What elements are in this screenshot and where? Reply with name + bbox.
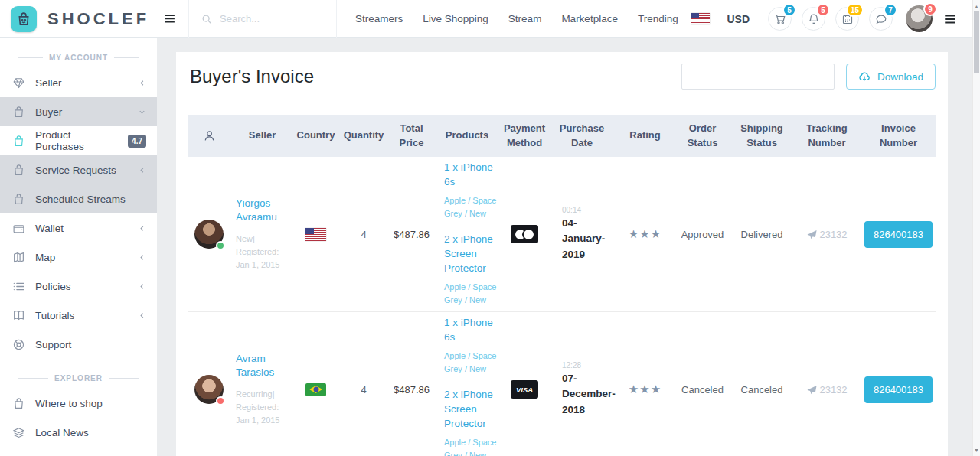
user-icon — [188, 122, 230, 149]
cart-button[interactable]: 5 — [768, 7, 792, 31]
country-flag — [305, 383, 326, 396]
purchase-date: 04-January-2019 — [562, 216, 616, 262]
scroll-down-arrow[interactable]: ▼ — [973, 445, 980, 454]
seller-name-link[interactable]: Avram Tarasios — [236, 352, 294, 379]
sidebar-item-support[interactable]: Support — [0, 330, 157, 359]
sidebar: MY ACCOUNT Seller Buyer Product Purchase… — [0, 38, 157, 456]
nav-link-streamers[interactable]: Streamers — [355, 13, 403, 24]
col-header-shipping-status: Shipping Status — [731, 115, 792, 156]
nav-link-live-shopping[interactable]: Live Shopping — [423, 13, 488, 24]
seller-avatar[interactable] — [194, 375, 224, 404]
products-cell: 1 x iPhone 6s Apple / Space Grey / New 2… — [433, 157, 501, 311]
country-flag — [305, 228, 326, 241]
vertical-scrollbar[interactable]: ▲ ▼ — [972, 0, 980, 456]
sidebar-item-scheduled-streams[interactable]: Scheduled Streams — [0, 184, 157, 213]
invoice-controls: Download — [681, 64, 936, 90]
sidebar-item-label: Support — [35, 339, 71, 350]
presence-dot — [216, 241, 225, 250]
bag-icon — [12, 106, 25, 119]
book-icon — [12, 309, 25, 322]
visa-icon — [511, 380, 538, 399]
sidebar-item-label: Scheduled Streams — [35, 194, 126, 205]
col-header-quantity: Quantity — [337, 122, 390, 149]
col-header-seller: Seller — [230, 122, 295, 149]
tracking-number: 23132 — [819, 229, 847, 240]
sidebar-item-where-to-shop[interactable]: Where to shop — [0, 389, 157, 418]
life-ring-icon — [12, 338, 25, 351]
sidebar-item-label: Service Requests — [35, 164, 116, 176]
order-status: Approved — [674, 157, 731, 311]
col-header-country: Country — [295, 122, 337, 149]
sidebar-item-service-requests[interactable]: Service Requests — [0, 155, 157, 184]
sidebar-item-policies[interactable]: Policies — [0, 272, 157, 301]
purchase-time: 00:14 — [562, 206, 581, 214]
section-label: MY ACCOUNT — [49, 54, 108, 62]
search-input[interactable] — [220, 13, 312, 24]
messages-button[interactable]: 7 — [869, 7, 893, 31]
sidebar-item-label: Policies — [35, 281, 71, 292]
aside-toggle-icon[interactable] — [943, 12, 957, 26]
list-icon — [12, 280, 25, 293]
currency-selector[interactable]: USD — [727, 13, 750, 25]
invoice-number-button[interactable]: 826400183 — [864, 376, 933, 403]
sidebar-item-label: Tutorials — [35, 310, 74, 321]
nav-link-trending[interactable]: Trending — [638, 13, 678, 24]
product-link[interactable]: 1 x iPhone 6s — [444, 161, 499, 190]
scroll-up-arrow[interactable]: ▲ — [973, 2, 980, 11]
invoice-number-button[interactable]: 826400183 — [864, 221, 933, 248]
product-variant: Apple / Space Grey / New — [444, 436, 501, 456]
sidebar-item-map[interactable]: Map — [0, 243, 157, 272]
sidebar-item-tutorials[interactable]: Tutorials — [0, 301, 157, 330]
invoice-filter-input[interactable] — [681, 64, 835, 90]
download-button[interactable]: Download — [846, 64, 936, 90]
topbar-right: USD 5 5 15 7 9 — [691, 5, 957, 32]
rating-stars: ★★★ — [616, 157, 674, 311]
nav-link-marketplace[interactable]: Marketplace — [561, 13, 618, 24]
table-row: Avram Tarasios Recurring| Registered: Ja… — [188, 312, 936, 456]
sidebar-item-label: Wallet — [35, 223, 64, 234]
notifications-button[interactable]: 5 — [802, 7, 825, 31]
calendar-badge: 15 — [846, 3, 864, 17]
language-flag-us[interactable] — [691, 13, 710, 24]
presence-dot — [216, 396, 225, 406]
shoclef-logo-icon[interactable] — [11, 6, 37, 32]
bag-icon — [12, 193, 25, 206]
scrollbar-thumb[interactable] — [974, 11, 979, 73]
main-nav: Streamers Live Shopping Stream Marketpla… — [355, 13, 678, 24]
product-link[interactable]: 1 x iPhone 6s — [444, 316, 499, 345]
sidebar-item-local-news[interactable]: Local News — [0, 418, 157, 447]
page-title: Buyer's Invoice — [190, 66, 314, 87]
wallet-icon — [12, 222, 25, 235]
rating-badge: 4.7 — [128, 135, 146, 148]
tracking-cell: 23132 — [792, 312, 861, 456]
mastercard-icon — [511, 225, 538, 243]
sidebar-item-buyer[interactable]: Buyer — [0, 97, 157, 126]
shopping-bag-icon — [12, 397, 25, 410]
chevron-left-icon — [138, 224, 146, 233]
seller-name-link[interactable]: Yiorgos Avraamu — [236, 197, 294, 224]
product-link[interactable]: 2 x iPhone Screen Protector — [444, 233, 499, 276]
seller-avatar[interactable] — [194, 220, 224, 249]
sidebar-toggle-icon[interactable] — [163, 12, 176, 25]
chevron-left-icon — [138, 311, 146, 320]
product-variant: Apple / Space Grey / New — [444, 350, 501, 376]
sidebar-item-product-purchases[interactable]: Product Purchases 4.7 — [0, 126, 157, 155]
product-link[interactable]: 2 x iPhone Screen Protector — [444, 388, 499, 432]
nav-link-stream[interactable]: Stream — [508, 13, 542, 24]
notifications-badge: 5 — [816, 3, 830, 17]
user-avatar[interactable]: 9 — [906, 5, 933, 32]
sidebar-item-wallet[interactable]: Wallet — [0, 213, 157, 243]
sidebar-item-label: Where to shop — [35, 398, 103, 409]
gem-icon — [12, 77, 25, 90]
calendar-button[interactable]: 15 — [835, 7, 859, 31]
download-label: Download — [877, 71, 923, 83]
messages-badge: 7 — [884, 3, 897, 17]
search-box[interactable] — [188, 0, 337, 38]
sidebar-item-seller[interactable]: Seller — [0, 68, 157, 97]
col-header-total-price: Total Price — [390, 115, 433, 156]
quantity-value: 4 — [337, 312, 390, 456]
col-header-rating: Rating — [616, 122, 674, 149]
products-cell: 1 x iPhone 6s Apple / Space Grey / New 2… — [433, 312, 501, 456]
chevron-left-icon — [138, 282, 146, 291]
order-status: Canceled — [674, 312, 731, 456]
